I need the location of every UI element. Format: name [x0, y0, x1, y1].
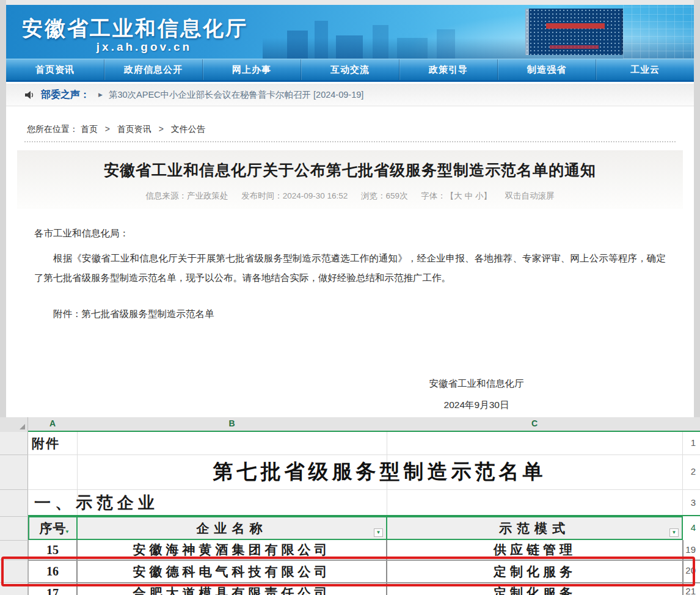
select-all-triangle-icon	[20, 424, 25, 429]
column-header-c[interactable]: C	[387, 418, 682, 428]
nav-item-interaction[interactable]: 互动交流	[301, 59, 399, 80]
banner-building	[373, 25, 388, 59]
banner-building	[336, 35, 363, 59]
banner-building	[437, 29, 455, 59]
article-paragraph: 根据《安徽省工业和信息化厅关于开展第七批省级服务型制造示范遴选工作的通知》，经企…	[34, 249, 666, 288]
meta-views: 浏览：659次	[361, 191, 408, 200]
article-signature: 安徽省工业和信息化厅 2024年9月30日	[391, 378, 562, 412]
row-number-2[interactable]: 2	[691, 466, 696, 476]
banner-building	[287, 31, 308, 59]
banner-led-sign	[546, 23, 605, 29]
breadcrumb-separator: >	[159, 124, 164, 134]
breadcrumb-news[interactable]: 首页资讯	[117, 124, 151, 134]
row-number-4[interactable]: 4	[691, 522, 696, 533]
row-number-3[interactable]: 3	[691, 497, 696, 508]
nav-item-gov-info[interactable]: 政府信息公开	[104, 59, 202, 80]
signer-name: 安徽省工业和信息化厅	[391, 378, 562, 390]
filter-dropdown-button[interactable]: ▼	[374, 528, 383, 537]
header-company-label: 企业名称	[197, 520, 268, 537]
nav-item-industry-cloud[interactable]: 工业云	[596, 59, 694, 80]
meta-source: 信息来源：产业政策处	[145, 191, 228, 200]
banner-led-wall	[525, 9, 623, 55]
filter-dropdown-icon: ▼	[376, 530, 381, 535]
article-body: 各市工业和信息化局： 根据《安徽省工业和信息化厅关于开展第七批省级服务型制造示范…	[34, 224, 666, 324]
breadcrumb-home[interactable]: 首页	[81, 124, 98, 134]
nav-item-policy[interactable]: 政策引导	[399, 59, 497, 80]
nav-item-online-services[interactable]: 网上办事	[202, 59, 301, 80]
ticker-headline-link[interactable]: 第30次APEC中小企业部长会议在秘鲁普卡尔帕召开 [2024-09-19]	[109, 89, 363, 101]
banner-led-sign	[550, 45, 599, 49]
gutter-divider	[0, 454, 28, 455]
breadcrumb-divider	[24, 141, 676, 142]
main-nav: 首页资讯 政府信息公开 网上办事 互动交流 政策引导 制造强省 工业云	[6, 59, 694, 82]
filter-dropdown-icon[interactable]: ▼	[65, 530, 70, 535]
article-salutation: 各市工业和信息化局：	[34, 224, 666, 243]
meta-scroll-hint: 双击自动滚屏	[505, 191, 555, 200]
meta-publish-time: 发布时间：2024-09-30 16:52	[241, 191, 348, 200]
gutter-divider	[0, 516, 28, 517]
nav-item-home[interactable]: 首页资讯	[6, 59, 104, 80]
row-number-19[interactable]: 19	[685, 544, 696, 555]
page: 安徽省工业和信息化厅 jx.ah.gov.cn 首页资讯 政府信息公开 网上办事…	[0, 0, 700, 595]
header-seq-label: 序号	[40, 520, 67, 537]
breadcrumb-current: 文件公告	[171, 124, 205, 134]
gutter-divider	[0, 540, 28, 541]
select-all-corner[interactable]	[0, 417, 28, 432]
header-cell-company[interactable]: 企业名称	[76, 516, 387, 540]
site-url: jx.ah.gov.cn	[22, 40, 266, 54]
cell-attachment-title[interactable]: 第七批省级服务型制造示范名单	[77, 454, 682, 489]
breadcrumb-prefix: 您所在位置：	[27, 124, 78, 134]
page-margin-right	[694, 0, 700, 417]
row-number-21[interactable]: 21	[685, 586, 696, 595]
cell-a1[interactable]: 附件	[29, 432, 76, 454]
ticker-arrow-icon: ▶	[98, 92, 103, 98]
banner-building	[315, 21, 328, 59]
site-banner: 安徽省工业和信息化厅 jx.ah.gov.cn	[6, 5, 694, 59]
article-title: 安徽省工业和信息化厅关于公布第七批省级服务型制造示范名单的通知	[37, 160, 663, 180]
breadcrumb-separator: >	[105, 124, 110, 134]
gutter-divider	[0, 489, 28, 490]
speaker-icon	[24, 90, 35, 100]
banner-grid-pattern	[623, 5, 694, 59]
site-title: 安徽省工业和信息化厅	[22, 15, 248, 43]
breadcrumb: 您所在位置： 首页 > 首页资讯 > 文件公告	[27, 124, 205, 135]
column-header-b[interactable]: B	[77, 418, 387, 428]
sign-date: 2024年9月30日	[391, 399, 562, 412]
article-attachment-line: 附件：第七批省级服务型制造示范名单	[34, 304, 666, 324]
news-ticker: 部委之声： ▶ 第30次APEC中小企业部长会议在秘鲁普卡尔帕召开 [2024-…	[6, 84, 694, 106]
gridline	[682, 432, 683, 516]
article-meta: 信息来源：产业政策处 发布时间：2024-09-30 16:52 浏览：659次…	[37, 191, 663, 202]
page-margin-top	[0, 0, 700, 5]
banner-building	[397, 38, 428, 59]
cell-section-label[interactable]: 一、示范企业	[34, 489, 340, 516]
header-cell-seq[interactable]: 序号	[28, 516, 78, 540]
header-cell-mode[interactable]: 示范模式	[386, 516, 683, 540]
filter-dropdown-icon: ▼	[672, 530, 677, 535]
header-mode-label: 示范模式	[499, 520, 570, 537]
meta-font-label: 字体：	[421, 191, 446, 200]
font-size-switcher[interactable]: 【大 中 小】	[446, 191, 492, 200]
column-header-a[interactable]: A	[28, 418, 77, 428]
row-number-1[interactable]: 1	[691, 437, 696, 448]
filter-dropdown-button[interactable]: ▼	[669, 528, 679, 537]
attachment-spreadsheet: A B C 1 2 3 4 19 20 21 附件 第七批省级服务型制造示范名单…	[0, 417, 700, 595]
nav-item-manufacturing[interactable]: 制造强省	[497, 59, 596, 80]
page-margin-left	[0, 0, 6, 417]
highlight-red-box	[1, 557, 695, 586]
ticker-label: 部委之声：	[41, 89, 90, 101]
